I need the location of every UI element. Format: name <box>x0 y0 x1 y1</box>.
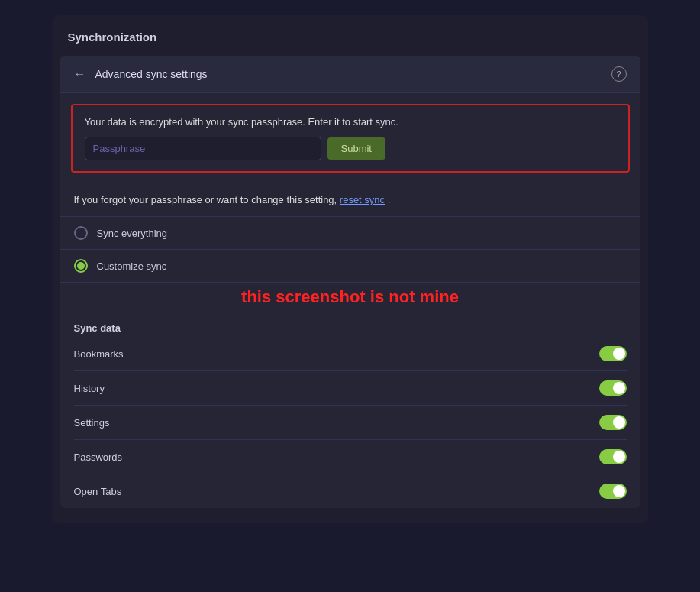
passphrase-alert-box: Your data is encrypted with your sync pa… <box>71 104 630 173</box>
panel-header: ← Advanced sync settings ? <box>60 56 640 93</box>
toggle-passwords[interactable] <box>599 449 627 464</box>
watermark-text: this screenshot is not mine <box>60 283 640 312</box>
alert-text: Your data is encrypted with your sync pa… <box>85 116 616 128</box>
reset-link[interactable]: reset sync <box>340 194 385 205</box>
radio-row-sync-everything[interactable]: Sync everything <box>60 217 640 250</box>
reset-suffix-text: . <box>388 194 391 205</box>
toggle-label-passwords: Passwords <box>74 451 123 463</box>
radio-row-customize-sync[interactable]: Customize sync <box>60 250 640 283</box>
toggle-row-history: History <box>74 371 627 406</box>
toggle-row-passwords: Passwords <box>74 440 627 474</box>
toggle-label-bookmarks: Bookmarks <box>74 348 124 360</box>
radio-sync-everything-label: Sync everything <box>97 228 168 239</box>
toggle-history[interactable] <box>599 380 627 396</box>
back-button[interactable]: ← <box>74 67 86 81</box>
radio-customize-sync[interactable] <box>74 259 88 273</box>
panel-title: Advanced sync settings <box>95 68 208 80</box>
toggle-label-history: History <box>74 383 105 394</box>
help-icon[interactable]: ? <box>611 66 627 82</box>
panel-header-left: ← Advanced sync settings <box>74 67 208 81</box>
toggle-row-bookmarks: Bookmarks <box>74 337 627 371</box>
toggle-row-open-tabs: Open Tabs <box>74 474 627 508</box>
reset-row: If you forgot your passphrase or want to… <box>60 183 640 217</box>
toggle-row-settings: Settings <box>74 406 627 440</box>
toggle-label-open-tabs: Open Tabs <box>74 486 122 497</box>
submit-button[interactable]: Submit <box>327 137 385 160</box>
settings-panel: ← Advanced sync settings ? Your data is … <box>60 56 640 508</box>
toggle-bookmarks[interactable] <box>599 346 627 361</box>
page-title: Synchronization <box>53 31 648 56</box>
sync-data-title: Sync data <box>74 322 627 334</box>
passphrase-input[interactable] <box>85 137 321 160</box>
radio-sync-everything[interactable] <box>74 226 88 240</box>
radio-customize-sync-label: Customize sync <box>97 260 167 272</box>
toggle-settings[interactable] <box>599 415 627 430</box>
toggle-label-settings: Settings <box>74 417 110 429</box>
reset-prefix-text: If you forgot your passphrase or want to… <box>74 194 337 205</box>
toggle-open-tabs[interactable] <box>599 484 627 499</box>
sync-data-section: Sync data Bookmarks History Settings Pas… <box>60 312 640 508</box>
passphrase-row: Submit <box>85 137 616 160</box>
settings-container: Synchronization ← Advanced sync settings… <box>53 15 648 523</box>
